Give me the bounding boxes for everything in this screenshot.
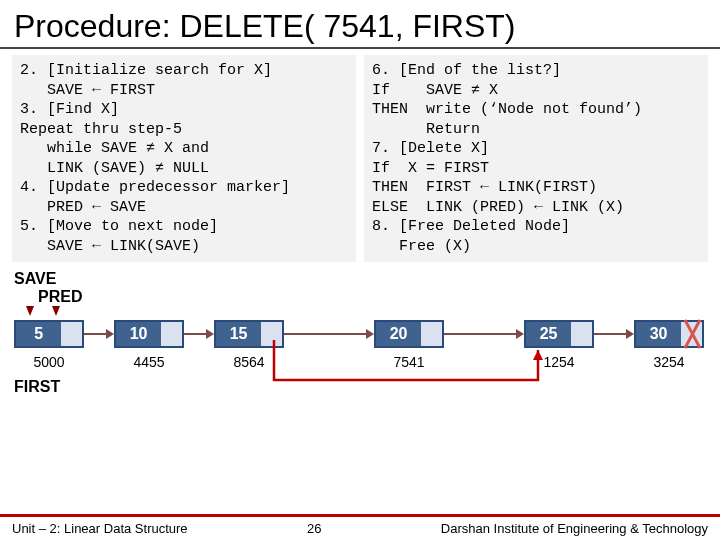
page-title: Procedure: DELETE( 7541, FIRST): [0, 0, 720, 49]
page-number: 26: [294, 521, 334, 536]
node-address: 1254: [524, 354, 594, 370]
code-right: 6. [End of the list?] If SAVE ≠ X THEN w…: [364, 55, 708, 262]
link-arrow-icon: [84, 333, 112, 335]
list-node: 5: [14, 320, 84, 348]
code-columns: 2. [Initialize search for X] SAVE ← FIRS…: [0, 55, 720, 262]
node-value: 30: [636, 322, 681, 346]
node-value: 5: [16, 322, 61, 346]
list-node: 30: [634, 320, 704, 348]
footer: Unit – 2: Linear Data Structure 26 Darsh…: [0, 514, 720, 540]
node-pointer: [681, 322, 702, 346]
link-arrow-icon: [444, 333, 522, 335]
node-address: 7541: [374, 354, 444, 370]
node-value: 20: [376, 322, 421, 346]
save-label: SAVE: [14, 270, 56, 288]
node-pointer: [421, 322, 442, 346]
list-node: 25: [524, 320, 594, 348]
code-left: 2. [Initialize search for X] SAVE ← FIRS…: [12, 55, 356, 262]
linked-list-diagram: 5 5000 10 4455 15 8564 20 7541 25 1254 3…: [0, 320, 720, 410]
list-node: 20: [374, 320, 444, 348]
node-address: 3254: [634, 354, 704, 370]
pred-label: PRED: [38, 288, 82, 306]
list-node: 10: [114, 320, 184, 348]
node-address: 4455: [114, 354, 184, 370]
link-arrow-icon: [594, 333, 632, 335]
node-pointer: [61, 322, 82, 346]
link-arrow-icon: [284, 333, 372, 335]
link-arrow-icon: [184, 333, 212, 335]
footer-left: Unit – 2: Linear Data Structure: [12, 521, 188, 536]
list-node: 15: [214, 320, 284, 348]
node-value: 25: [526, 322, 571, 346]
node-value: 15: [216, 322, 261, 346]
node-value: 10: [116, 322, 161, 346]
arrow-down-icon: [26, 306, 34, 316]
node-pointer: [261, 322, 282, 346]
footer-right: Darshan Institute of Engineering & Techn…: [441, 521, 708, 536]
first-label: FIRST: [14, 378, 60, 396]
node-pointer: [571, 322, 592, 346]
node-address: 5000: [14, 354, 84, 370]
arrow-down-icon: [52, 306, 60, 316]
pointer-labels: SAVE PRED: [14, 270, 720, 316]
node-pointer: [161, 322, 182, 346]
node-address: 8564: [214, 354, 284, 370]
